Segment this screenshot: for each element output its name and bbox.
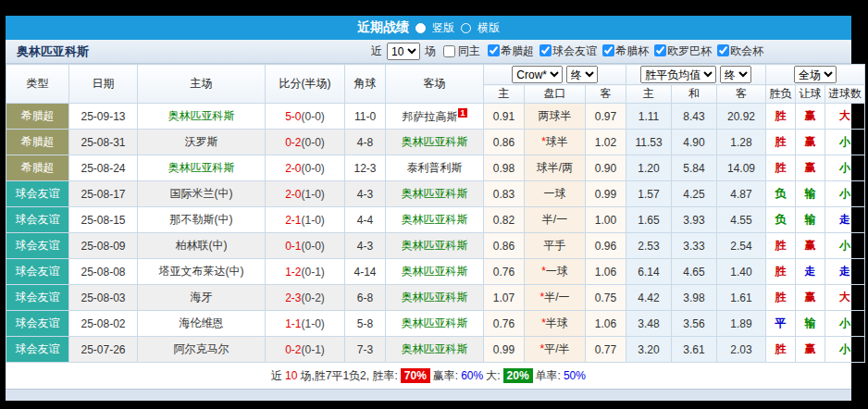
score-cell: 5-0(0-0): [266, 104, 345, 130]
date-cell: 25-08-24: [69, 155, 138, 181]
table-row: 球会友谊25-08-03海牙2-3(0-2)6-8奥林匹亚科斯1.07*半/一0…: [6, 285, 865, 311]
asian-home-odds-cell: 0.76: [484, 311, 525, 337]
filter-controls: 近 10 场 同主 希腊超球会友谊希腊杯欧罗巴杯欧会杯: [371, 43, 763, 60]
halftime-score: (0-2): [302, 291, 325, 304]
handicap-cell: *平/半: [525, 337, 586, 363]
single-rate-value: 50%: [564, 369, 586, 382]
home-team-name: 奥林匹亚科斯: [168, 161, 235, 174]
asian-away-odds-cell: 0.99: [586, 181, 626, 207]
league-checkbox-label: 欧会杯: [730, 44, 763, 57]
euro-draw-odds-cell: 4.90: [672, 130, 717, 155]
table-row: 希腊超25-09-13奥林匹亚科斯5-0(0-0)11-0邦萨拉高斯10.91两…: [6, 104, 865, 130]
date-cell: 25-08-15: [69, 207, 138, 233]
handicap-cell: *半球: [525, 311, 586, 337]
goals-result-cell: 大: [825, 104, 865, 130]
header-score: 比分(半场): [266, 65, 345, 104]
home-team-cell: 奥林匹亚科斯: [138, 155, 266, 181]
away-team-cell: 奥林匹亚科斯: [386, 233, 484, 259]
result-cell: 胜: [766, 259, 796, 285]
result-cell: 胜: [766, 285, 796, 311]
fulltime-score: 0-2: [285, 343, 301, 356]
halftime-score: (1-0): [302, 188, 325, 201]
subheader-asian-away: 客: [586, 85, 626, 104]
subheader-euro-draw: 和: [672, 85, 717, 104]
corners-cell: 4-3: [345, 181, 386, 207]
home-team-cell: 那不勒斯(中): [138, 207, 266, 233]
euro-away-odds-cell: 1.61: [717, 285, 766, 311]
asian-away-odds-cell: 0.96: [586, 233, 626, 259]
league-checkbox[interactable]: [488, 44, 500, 56]
goals-result-cell: 小: [825, 233, 865, 259]
euro-away-odds-cell: 2.54: [717, 233, 766, 259]
goals-result-cell: 小: [825, 311, 865, 337]
result-cell: 胜: [766, 104, 796, 130]
away-team-name: 奥林匹亚科斯: [402, 265, 468, 278]
asian-away-odds-cell: 0.75: [586, 285, 626, 311]
horizontal-layout-label[interactable]: 横版: [477, 20, 500, 36]
handicap-cell: 两球半: [525, 104, 586, 130]
euro-draw-odds-cell: 8.43: [672, 104, 717, 130]
euro-home-odds-cell: 4.42: [626, 285, 672, 311]
league-checkbox[interactable]: [717, 44, 729, 56]
euro-time-select[interactable]: 终: [720, 66, 751, 83]
goals-result-cell: 走: [825, 259, 865, 285]
big-rate-label: 大:: [486, 368, 500, 384]
euro-draw-odds-cell: 4.65: [672, 259, 717, 285]
home-team-cell: 阿尔克马尔: [138, 337, 266, 363]
euro-draw-odds-cell: 3.33: [672, 233, 717, 259]
page-title: 近期战绩: [357, 19, 409, 36]
scope-select[interactable]: 全场: [794, 66, 837, 83]
red-card-badge: 1: [458, 108, 466, 118]
asian-home-odds-cell: 0.99: [484, 337, 525, 363]
table-row: 球会友谊25-08-15那不勒斯(中)2-1(1-0)4-4奥林匹亚科斯0.82…: [6, 207, 865, 233]
euro-home-odds-cell: 6.14: [626, 259, 672, 285]
fulltime-score: 5-0: [285, 110, 301, 123]
euro-away-odds-cell: 2.03: [717, 337, 766, 363]
league-checkbox[interactable]: [539, 44, 552, 56]
stats-prefix: 近: [271, 368, 282, 384]
header-date: 日期: [69, 65, 138, 104]
league-checkbox[interactable]: [654, 44, 666, 56]
date-cell: 25-08-31: [69, 130, 138, 155]
win-rate-badge: 70%: [401, 368, 430, 383]
recent-count-select[interactable]: 10: [387, 43, 420, 60]
asian-home-odds-cell: 0.83: [484, 181, 525, 207]
corners-cell: 4-8: [345, 130, 386, 155]
goals-result-cell: 小: [825, 130, 865, 155]
league-cell: 希腊超: [6, 104, 69, 130]
euro-draw-odds-cell: 4.25: [672, 181, 717, 207]
same-home-checkbox[interactable]: [443, 45, 455, 57]
subheader-euro-home: 主: [626, 85, 672, 104]
euro-away-odds-cell: 4.55: [717, 207, 766, 233]
league-cell: 球会友谊: [6, 207, 69, 233]
league-checkbox[interactable]: [602, 44, 614, 56]
odds-company-select[interactable]: Crow*: [512, 66, 563, 83]
league-checkbox-label: 希腊杯: [615, 44, 649, 57]
home-team-cell: 沃罗斯: [138, 130, 266, 155]
big-rate-badge: 20%: [503, 368, 533, 383]
asian-away-odds-cell: 1.06: [586, 259, 626, 285]
vertical-layout-label[interactable]: 竖版: [432, 20, 454, 36]
halftime-score: (0-0): [302, 162, 325, 175]
euro-draw-odds-cell: 3.93: [672, 207, 717, 233]
home-team-name: 塔亚文布莱达(中): [159, 265, 244, 278]
home-team-name: 海牙: [191, 291, 213, 304]
horizontal-layout-radio[interactable]: [461, 23, 471, 33]
stats-mid: 场,胜7平1负2, 胜率:: [300, 368, 397, 384]
table-row: 球会友谊25-07-26阿尔克马尔0-2(0-1)7-3奥林匹亚科斯0.99*平…: [6, 337, 865, 363]
date-cell: 25-08-17: [69, 181, 138, 207]
title-bar: 近期战绩 竖版 横版: [6, 16, 851, 40]
home-team-cell: 海牙: [138, 285, 266, 311]
vertical-layout-radio[interactable]: [415, 23, 426, 33]
asian-away-odds-cell: 1.02: [586, 130, 626, 155]
asian-time-select[interactable]: 终: [566, 66, 598, 83]
halftime-score: (0-0): [302, 110, 325, 123]
euro-type-select[interactable]: 胜平负均值: [640, 66, 716, 83]
league-cell: 球会友谊: [6, 233, 69, 259]
same-home-label: 同主: [458, 43, 480, 59]
handicap-result-cell: 赢: [796, 285, 825, 311]
asian-home-odds-cell: 0.76: [484, 259, 525, 285]
handicap-rate-label: 赢率:: [433, 368, 458, 384]
date-cell: 25-09-13: [69, 104, 138, 130]
handicap-result-cell: 赢: [796, 104, 825, 130]
